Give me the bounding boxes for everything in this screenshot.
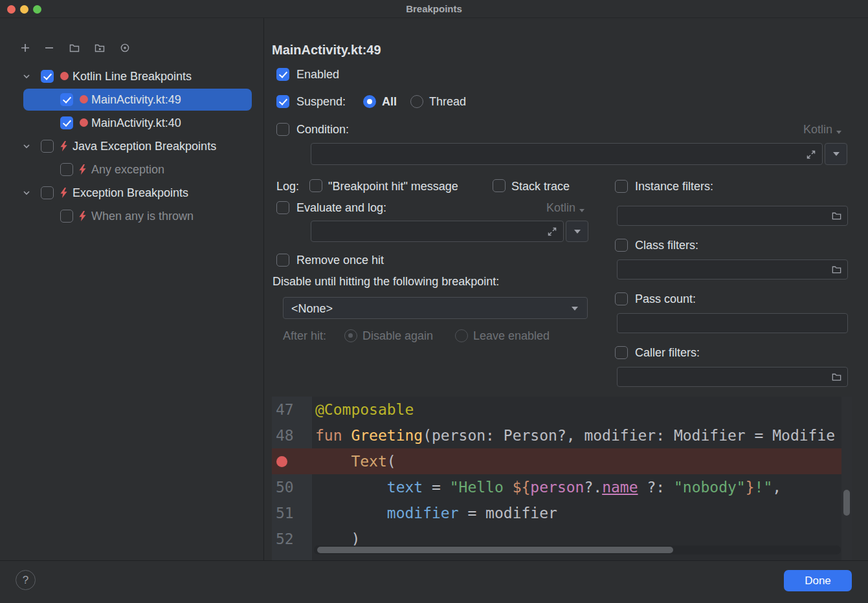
vertical-scrollbar-thumb[interactable] bbox=[843, 490, 850, 516]
tree-group-label: Exception Breakpoints bbox=[72, 185, 188, 201]
evaluate-field[interactable] bbox=[311, 221, 564, 242]
tree-item-mainactivity-49[interactable]: MainActivity.kt:49 bbox=[0, 88, 263, 111]
condition-checkbox[interactable] bbox=[276, 123, 289, 136]
disable-until-combobox[interactable]: <None> bbox=[283, 297, 588, 319]
line-number: 47 bbox=[276, 397, 294, 422]
condition-input[interactable] bbox=[311, 144, 822, 164]
language-arrow-icon bbox=[579, 209, 584, 212]
disable-until-label: Disable until hitting the following brea… bbox=[273, 274, 499, 289]
tree-item-when-any-thrown[interactable]: When any is thrown bbox=[0, 204, 263, 228]
stack-trace-checkbox[interactable] bbox=[493, 179, 506, 192]
tree-item-label: MainActivity.kt:49 bbox=[91, 92, 181, 107]
enabled-checkbox[interactable] bbox=[276, 68, 289, 81]
group-checkbox[interactable] bbox=[41, 140, 54, 153]
suspend-thread-radio[interactable] bbox=[410, 95, 423, 108]
tree-group-kotlin-line[interactable]: Kotlin Line Breakpoints bbox=[0, 65, 263, 88]
item-checkbox[interactable] bbox=[60, 163, 73, 176]
breakpoints-dialog: Breakpoints Kotlin Line Breakpoints Main… bbox=[0, 0, 868, 603]
instance-filters-input[interactable] bbox=[618, 206, 847, 225]
help-button[interactable]: ? bbox=[16, 570, 36, 590]
group-checkbox[interactable] bbox=[41, 186, 54, 199]
evaluate-log-checkbox[interactable] bbox=[276, 201, 289, 214]
remove-once-checkbox[interactable] bbox=[276, 254, 289, 267]
tree-item-mainactivity-40[interactable]: MainActivity.kt:40 bbox=[0, 111, 263, 135]
add-breakpoint-button[interactable] bbox=[17, 39, 34, 56]
code-preview-panel: 47 @Composable 48 fun Greeting(person: P… bbox=[272, 397, 852, 560]
suspend-label: Suspend: bbox=[296, 94, 346, 109]
leave-enabled-radio bbox=[455, 329, 468, 342]
group-by-class-button[interactable] bbox=[117, 39, 133, 56]
window-title: Breakpoints bbox=[0, 3, 868, 14]
chevron-down-icon[interactable] bbox=[22, 72, 31, 83]
caller-filters-field[interactable] bbox=[617, 367, 848, 387]
class-filters-checkbox[interactable] bbox=[615, 239, 628, 252]
pass-count-checkbox[interactable] bbox=[615, 292, 628, 305]
remove-once-label: Remove once hit bbox=[296, 252, 384, 268]
exception-lightning-icon bbox=[78, 211, 87, 224]
suspend-all-radio[interactable] bbox=[363, 95, 376, 108]
breakpoint-dot-icon bbox=[80, 118, 88, 127]
exception-lightning-icon bbox=[59, 141, 69, 154]
expand-editor-icon[interactable] bbox=[546, 226, 558, 237]
tree-item-label: When any is thrown bbox=[91, 208, 194, 224]
group-by-package-button[interactable] bbox=[91, 39, 108, 56]
folder-browse-icon[interactable] bbox=[831, 210, 842, 221]
folder-browse-icon[interactable] bbox=[831, 264, 842, 275]
pass-count-label: Pass count: bbox=[635, 291, 696, 307]
combobox-value: <None> bbox=[291, 300, 333, 318]
condition-field[interactable] bbox=[311, 143, 823, 165]
line-number: 51 bbox=[276, 500, 294, 526]
evaluate-history-dropdown[interactable] bbox=[566, 221, 588, 242]
item-checkbox[interactable] bbox=[60, 210, 73, 223]
breakpoint-title: MainActivity.kt:49 bbox=[272, 41, 381, 58]
group-by-file-button[interactable] bbox=[66, 39, 83, 56]
evaluate-input[interactable] bbox=[311, 221, 563, 241]
disable-again-radio bbox=[344, 329, 357, 342]
line-number: 52 bbox=[276, 526, 294, 552]
tree-group-exception[interactable]: Exception Breakpoints bbox=[0, 181, 263, 204]
folder-browse-icon[interactable] bbox=[831, 371, 842, 382]
chevron-down-icon bbox=[574, 230, 581, 234]
caller-filters-input[interactable] bbox=[618, 367, 847, 386]
chevron-down-icon[interactable] bbox=[22, 142, 31, 153]
breakpoint-dot-icon[interactable] bbox=[276, 456, 287, 467]
tree-item-any-exception[interactable]: Any exception bbox=[0, 158, 263, 181]
exception-lightning-icon bbox=[78, 164, 87, 177]
condition-history-dropdown[interactable] bbox=[825, 143, 847, 165]
item-checkbox[interactable] bbox=[60, 116, 73, 129]
caller-filters-checkbox[interactable] bbox=[615, 346, 628, 359]
disable-again-label: Disable again bbox=[362, 328, 433, 344]
panel-divider bbox=[263, 18, 264, 560]
code-line: 51 modifier = modifier bbox=[272, 500, 852, 526]
tree-group-java-exception[interactable]: Java Exception Breakpoints bbox=[0, 135, 263, 158]
pass-count-input[interactable] bbox=[618, 314, 847, 333]
code-line: 48 fun Greeting(person: Person?, modifie… bbox=[272, 422, 852, 448]
instance-filters-label: Instance filters: bbox=[635, 179, 713, 194]
done-button[interactable]: Done bbox=[784, 570, 852, 591]
question-mark-icon: ? bbox=[23, 574, 28, 587]
instance-filters-checkbox[interactable] bbox=[615, 180, 628, 193]
breakpoint-dot-icon bbox=[80, 95, 88, 104]
tree-item-label: Any exception bbox=[91, 162, 164, 177]
tree-group-label: Java Exception Breakpoints bbox=[72, 138, 216, 154]
horizontal-scrollbar-thumb[interactable] bbox=[317, 547, 673, 553]
condition-label: Condition: bbox=[296, 122, 349, 137]
footer-divider bbox=[0, 560, 868, 561]
class-filters-label: Class filters: bbox=[635, 237, 698, 253]
line-number: 50 bbox=[276, 474, 294, 500]
class-filters-field[interactable] bbox=[617, 259, 848, 280]
expand-editor-icon[interactable] bbox=[805, 149, 817, 160]
instance-filters-field[interactable] bbox=[617, 206, 848, 226]
evaluate-language-selector[interactable]: Kotlin bbox=[507, 200, 584, 215]
suspend-checkbox[interactable] bbox=[276, 95, 289, 108]
condition-language-selector[interactable]: Kotlin bbox=[762, 122, 841, 137]
pass-count-field[interactable] bbox=[617, 313, 848, 333]
group-checkbox[interactable] bbox=[41, 70, 54, 83]
plus-icon bbox=[19, 42, 31, 54]
log-message-checkbox[interactable] bbox=[309, 179, 322, 192]
class-filters-input[interactable] bbox=[618, 260, 847, 279]
chevron-down-icon[interactable] bbox=[22, 188, 31, 200]
exception-lightning-icon bbox=[59, 188, 69, 201]
remove-breakpoint-button[interactable] bbox=[41, 39, 58, 56]
item-checkbox[interactable] bbox=[60, 93, 73, 106]
